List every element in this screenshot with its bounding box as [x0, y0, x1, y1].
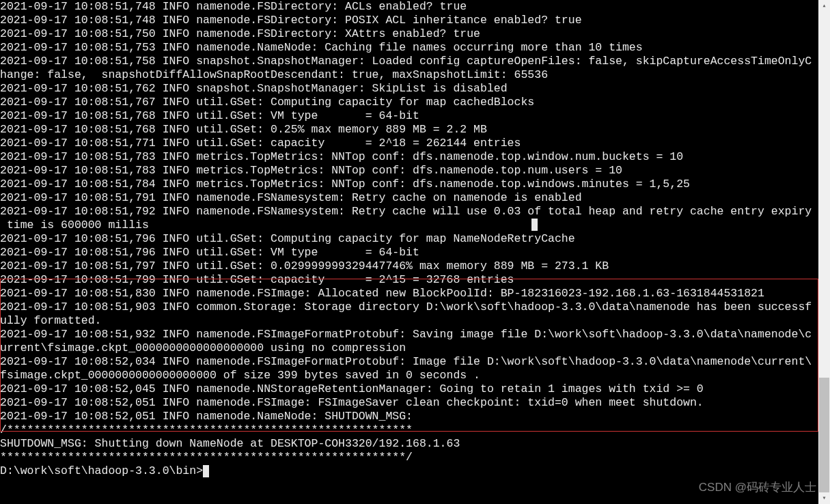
- log-line: 2021-09-17 10:08:51,762 INFO snapshot.Sn…: [0, 82, 817, 96]
- log-line: 2021-09-17 10:08:51,750 INFO namenode.FS…: [0, 27, 817, 41]
- log-line: time is 600000 millis: [0, 219, 817, 232]
- log-line: 2021-09-17 10:08:51,797 INFO util.GSet: …: [0, 260, 817, 273]
- log-line: SHUTDOWN_MSG: Shutting down NameNode at …: [0, 437, 817, 451]
- log-line: 2021-09-17 10:08:51,903 INFO common.Stor…: [0, 300, 817, 314]
- log-line: 2021-09-17 10:08:51,796 INFO util.GSet: …: [0, 232, 817, 246]
- log-line: 2021-09-17 10:08:51,767 INFO util.GSet: …: [0, 96, 817, 109]
- log-line: 2021-09-17 10:08:51,830 INFO namenode.FS…: [0, 287, 817, 300]
- log-line: 2021-09-17 10:08:51,783 INFO metrics.Top…: [0, 164, 817, 178]
- terminal-window: 2021-09-17 10:08:51,748 INFO namenode.FS…: [0, 0, 830, 504]
- log-line: 2021-09-17 10:08:52,034 INFO namenode.FS…: [0, 355, 817, 369]
- chevron-up-icon: ▴: [822, 3, 826, 10]
- log-line: 2021-09-17 10:08:51,784 INFO metrics.Top…: [0, 178, 817, 191]
- log-line: 2021-09-17 10:08:51,771 INFO util.GSet: …: [0, 137, 817, 150]
- log-line: urrent\fsimage.ckpt_0000000000000000000 …: [0, 341, 817, 355]
- scrollbar-down-button[interactable]: ▾: [818, 492, 830, 504]
- log-line: 2021-09-17 10:08:51,768 INFO util.GSet: …: [0, 123, 817, 137]
- log-line: 2021-09-17 10:08:51,799 INFO util.GSet: …: [0, 273, 817, 287]
- scrollbar-thumb[interactable]: [819, 378, 829, 492]
- log-line: /***************************************…: [0, 423, 817, 437]
- log-line: 2021-09-17 10:08:51,792 INFO namenode.FS…: [0, 205, 817, 219]
- log-line: 2021-09-17 10:08:52,045 INFO namenode.NN…: [0, 382, 817, 396]
- scrollbar-up-button[interactable]: ▴: [818, 0, 830, 12]
- log-line: 2021-09-17 10:08:51,748 INFO namenode.FS…: [0, 0, 817, 14]
- vertical-scrollbar[interactable]: ▴ ▾: [818, 0, 830, 504]
- log-line: 2021-09-17 10:08:51,783 INFO metrics.Top…: [0, 150, 817, 164]
- command-prompt-line: D:\work\soft\hadoop-3.3.0\bin>: [0, 464, 817, 478]
- log-line: 2021-09-17 10:08:52,051 INFO namenode.Na…: [0, 410, 817, 423]
- log-line: fsimage.ckpt_0000000000000000000 of size…: [0, 369, 817, 382]
- scrollbar-track[interactable]: [818, 12, 830, 492]
- log-line: 2021-09-17 10:08:51,932 INFO namenode.FS…: [0, 328, 817, 341]
- log-line: 2021-09-17 10:08:51,768 INFO util.GSet: …: [0, 109, 817, 123]
- text-selection-cursor: [531, 219, 538, 231]
- terminal-output[interactable]: 2021-09-17 10:08:51,748 INFO namenode.FS…: [0, 0, 817, 504]
- chevron-down-icon: ▾: [822, 495, 826, 502]
- log-line: hange: false, snapshotDiffAllowSnapRootD…: [0, 68, 817, 82]
- log-line: 2021-09-17 10:08:51,758 INFO snapshot.Sn…: [0, 55, 817, 68]
- prompt-cursor: [203, 465, 209, 477]
- log-line: 2021-09-17 10:08:51,791 INFO namenode.FS…: [0, 191, 817, 205]
- log-line: 2021-09-17 10:08:52,051 INFO namenode.FS…: [0, 396, 817, 410]
- log-line: 2021-09-17 10:08:51,796 INFO util.GSet: …: [0, 246, 817, 260]
- log-line: ****************************************…: [0, 451, 817, 464]
- log-line: 2021-09-17 10:08:51,748 INFO namenode.FS…: [0, 14, 817, 27]
- log-line: ully formatted.: [0, 314, 817, 328]
- log-line: 2021-09-17 10:08:51,753 INFO namenode.Na…: [0, 41, 817, 55]
